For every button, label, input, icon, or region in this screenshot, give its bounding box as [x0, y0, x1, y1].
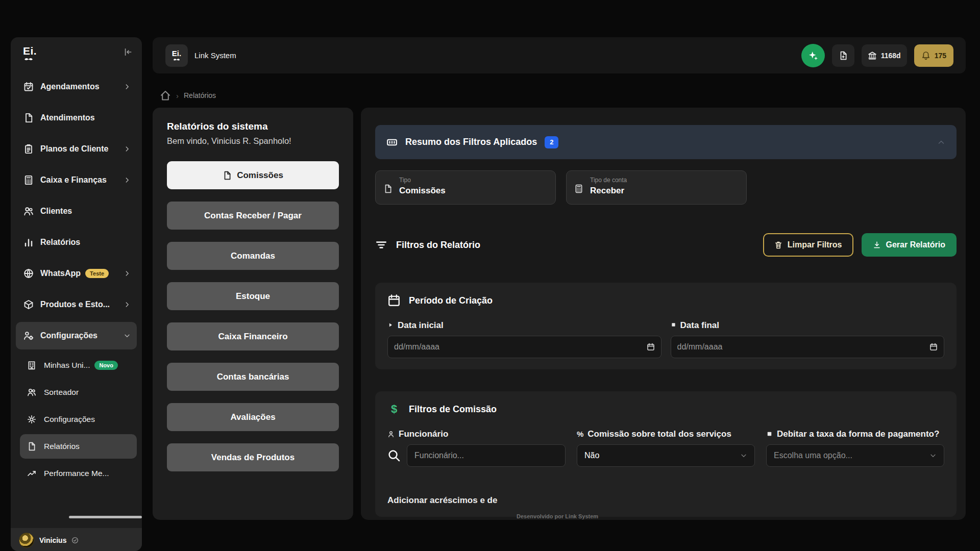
generate-report-button[interactable]: Gerar Relatório	[862, 233, 957, 257]
filter-actions: Limpar Filtros Gerar Relatório	[763, 233, 957, 257]
end-date-field[interactable]	[677, 342, 930, 352]
sidebar-scrollbar[interactable]	[69, 516, 142, 518]
report-button-label: Contas bancárias	[217, 372, 289, 382]
calculator-icon	[574, 184, 583, 193]
verified-icon	[71, 537, 79, 544]
bank-icon	[868, 51, 877, 60]
breadcrumb-current: Relatórios	[184, 91, 216, 99]
person-icon	[387, 431, 395, 438]
chip-label: Tipo de conta	[590, 177, 739, 184]
dollar-icon: $	[387, 403, 401, 416]
topbar-actions: 1168d 175	[801, 44, 953, 67]
counter-icon	[386, 137, 398, 148]
sidebar-item-caixa-e-financas[interactable]: Caixa e Finanças	[16, 166, 137, 194]
employee-search-input[interactable]	[407, 444, 566, 467]
report-button-comissoes[interactable]: Comissões	[167, 161, 339, 189]
building-icon	[27, 361, 36, 370]
sidebar-item-label: Performance Me...	[44, 469, 109, 478]
sparkles-icon	[808, 51, 818, 61]
notifications-button[interactable]: 175	[914, 44, 953, 67]
report-button-vendas-de-produtos[interactable]: Vendas de Produtos	[167, 443, 339, 471]
app-name: Link System	[194, 51, 236, 60]
filters-summary-header[interactable]: Resumo dos Filtros Aplicados 2	[375, 125, 957, 159]
sidebar-item-label: Sorteador	[44, 388, 79, 397]
sidebar-subitem-relatorios[interactable]: Relatórios	[20, 434, 137, 459]
report-button-label: Comissões	[237, 170, 283, 181]
sidebar-subitem-configuracoes[interactable]: Configurações	[20, 407, 137, 432]
report-button-label: Contas Receber / Pagar	[204, 211, 302, 221]
sidebar-item-agendamentos[interactable]: Agendamentos	[16, 73, 137, 101]
report-button-label: Estoque	[236, 291, 270, 302]
calendar-picker-icon[interactable]	[929, 343, 938, 351]
extra-section-label[interactable]: Adicionar acréscimos e de	[387, 495, 944, 506]
report-button-contas-bancarias[interactable]: Contas bancárias	[167, 363, 339, 391]
sidebar-item-configuracoes[interactable]: Configurações	[16, 322, 137, 349]
sidebar-item-produtos-e-estoque[interactable]: Produtos e Esto...	[16, 291, 137, 318]
clear-filters-label: Limpar Filtros	[788, 240, 842, 249]
reports-title: Relatórios do sistema	[167, 121, 339, 132]
app-logo-text: Ei.	[23, 45, 37, 56]
report-button-avaliacoes[interactable]: Avaliações	[167, 403, 339, 431]
sidebar-item-atendimentos[interactable]: Atendimentos	[16, 104, 137, 132]
gear-icon	[27, 415, 36, 424]
users-icon	[23, 206, 34, 216]
collapse-sidebar-icon[interactable]	[124, 47, 133, 57]
filter-chip-tipo-de-conta: Tipo de conta Receber	[566, 170, 747, 205]
breadcrumb: › Relatórios	[160, 90, 216, 101]
filter-chip-tipo: Tipo Comissões	[375, 170, 556, 205]
calendar-check-icon	[23, 82, 34, 92]
notifications-count: 175	[935, 52, 946, 60]
commission-filters-card: $ Filtros de Comissão Funcionário % Comi…	[375, 391, 957, 517]
reports-button-list: Comissões Contas Receber / Pagar Comanda…	[167, 161, 339, 471]
bank-credits-label: 1168d	[881, 52, 901, 60]
sidebar-subitem-minhas-unidades[interactable]: Minhas Uni... Novo	[20, 353, 137, 378]
debit-fee-select[interactable]: Escolha uma opção...	[766, 444, 944, 467]
clear-filters-button[interactable]: Limpar Filtros	[763, 233, 853, 257]
report-button-estoque[interactable]: Estoque	[167, 282, 339, 310]
sidebar-item-whatsapp[interactable]: WhatsApp Teste	[16, 260, 137, 287]
commission-select[interactable]: Não	[577, 444, 755, 467]
commission-over-total-label: % Comissão sobre total dos serviços	[577, 429, 755, 439]
download-icon	[873, 241, 881, 249]
bank-credits-button[interactable]: 1168d	[862, 44, 907, 67]
bell-icon	[921, 51, 930, 60]
home-icon[interactable]	[160, 90, 171, 101]
sidebar-subitem-performance[interactable]: Performance Me...	[20, 461, 137, 486]
start-date-input[interactable]	[387, 336, 662, 358]
ai-assistant-button[interactable]	[801, 44, 825, 67]
sidebar-item-clientes[interactable]: Clientes	[16, 197, 137, 225]
start-date-field[interactable]	[394, 342, 647, 352]
calendar-picker-icon[interactable]	[647, 343, 655, 351]
notes-button[interactable]	[832, 44, 854, 67]
sidebar-item-label: Atendimentos	[40, 113, 95, 122]
employee-label: Funcionário	[387, 429, 566, 439]
sidebar-item-label: Minhas Uni...	[44, 361, 90, 370]
percent-icon: %	[577, 430, 583, 438]
report-button-label: Caixa Financeiro	[218, 332, 287, 342]
sidebar-subitem-sorteador[interactable]: Sorteador	[20, 380, 137, 405]
report-button-label: Avaliações	[230, 412, 275, 422]
sidebar-item-relatorios[interactable]: Relatórios	[16, 229, 137, 256]
app-logo-badge: Ei.	[165, 44, 188, 67]
user-menu[interactable]: Vinicius	[11, 528, 142, 551]
sidebar-nav: Agendamentos Atendimentos Planos de Clie…	[16, 73, 137, 486]
applied-filter-chips: Tipo Comissões Tipo de conta Receber	[375, 170, 957, 205]
novo-badge: Novo	[94, 361, 118, 370]
chevron-right-icon	[124, 270, 131, 277]
end-date-input[interactable]	[671, 336, 945, 358]
report-button-comandas[interactable]: Comandas	[167, 242, 339, 270]
chevron-up-icon[interactable]	[937, 138, 945, 146]
teste-badge: Teste	[85, 269, 109, 278]
start-date-label: Data inicial	[387, 320, 662, 331]
topbar: Ei. Link System 1168d 175	[153, 37, 966, 73]
report-button-caixa-financeiro[interactable]: Caixa Financeiro	[167, 322, 339, 350]
breadcrumb-separator: ›	[176, 91, 179, 100]
report-button-contas-receber-pagar[interactable]: Contas Receber / Pagar	[167, 202, 339, 230]
chevron-right-icon	[124, 177, 131, 184]
debit-fee-label: Debitar a taxa da forma de pagamento?	[766, 429, 944, 439]
trending-icon	[27, 469, 36, 478]
sidebar-item-planos-de-cliente[interactable]: Planos de Cliente	[16, 135, 137, 163]
commission-select-value: Não	[584, 451, 599, 460]
users-gear-icon	[23, 331, 34, 341]
file-icon	[383, 184, 393, 193]
